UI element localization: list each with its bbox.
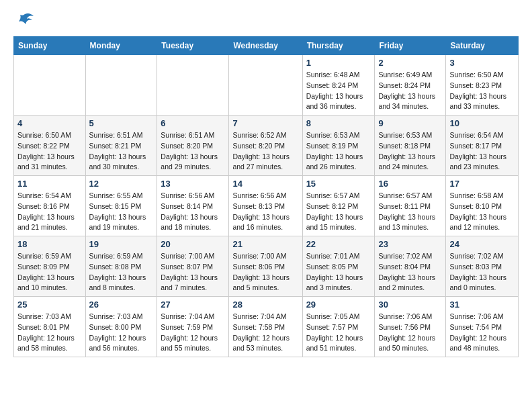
day-info: Sunrise: 7:00 AMSunset: 8:07 PMDaylight:…	[161, 251, 225, 293]
day-number: 20	[161, 239, 225, 249]
day-info: Sunrise: 6:53 AMSunset: 8:18 PMDaylight:…	[378, 130, 442, 173]
day-info: Sunrise: 7:03 AMSunset: 8:01 PMDaylight:…	[17, 312, 82, 354]
calendar-cell	[14, 55, 86, 116]
calendar-cell: 11Sunrise: 6:54 AMSunset: 8:16 PMDayligh…	[14, 176, 86, 236]
day-number: 3	[449, 58, 515, 68]
calendar-cell	[229, 55, 302, 116]
calendar-cell: 23Sunrise: 7:02 AMSunset: 8:04 PMDayligh…	[375, 236, 446, 297]
day-info: Sunrise: 7:06 AMSunset: 7:54 PMDaylight:…	[449, 312, 515, 354]
calendar-cell: 2Sunrise: 6:49 AMSunset: 8:24 PMDaylight…	[375, 55, 446, 116]
column-header-saturday: Saturday	[446, 37, 519, 55]
day-number: 6	[161, 118, 225, 128]
calendar-cell: 13Sunrise: 6:56 AMSunset: 8:14 PMDayligh…	[157, 176, 229, 236]
calendar-cell: 25Sunrise: 7:03 AMSunset: 8:01 PMDayligh…	[14, 297, 86, 357]
day-info: Sunrise: 7:04 AMSunset: 7:59 PMDaylight:…	[161, 312, 225, 354]
calendar-cell: 31Sunrise: 7:06 AMSunset: 7:54 PMDayligh…	[446, 297, 519, 357]
day-info: Sunrise: 6:56 AMSunset: 8:13 PMDaylight:…	[232, 191, 298, 233]
week-row-4: 18Sunrise: 6:59 AMSunset: 8:09 PMDayligh…	[14, 236, 519, 297]
calendar-cell: 18Sunrise: 6:59 AMSunset: 8:09 PMDayligh…	[14, 236, 86, 297]
day-number: 13	[161, 179, 225, 189]
day-info: Sunrise: 6:53 AMSunset: 8:19 PMDaylight:…	[306, 130, 371, 173]
day-number: 12	[89, 179, 154, 189]
day-info: Sunrise: 6:52 AMSunset: 8:20 PMDaylight:…	[232, 130, 298, 173]
calendar-cell: 19Sunrise: 6:59 AMSunset: 8:08 PMDayligh…	[85, 236, 157, 297]
calendar-cell: 3Sunrise: 6:50 AMSunset: 8:23 PMDaylight…	[446, 55, 519, 116]
calendar-cell: 16Sunrise: 6:57 AMSunset: 8:11 PMDayligh…	[375, 176, 446, 236]
day-number: 25	[17, 300, 82, 310]
calendar-header-row: SundayMondayTuesdayWednesdayThursdayFrid…	[14, 37, 519, 55]
day-info: Sunrise: 7:03 AMSunset: 8:00 PMDaylight:…	[89, 312, 154, 354]
calendar-table: SundayMondayTuesdayWednesdayThursdayFrid…	[13, 36, 519, 357]
calendar-cell: 12Sunrise: 6:55 AMSunset: 8:15 PMDayligh…	[85, 176, 157, 236]
day-info: Sunrise: 6:50 AMSunset: 8:23 PMDaylight:…	[449, 70, 515, 112]
week-row-1: 1Sunrise: 6:48 AMSunset: 8:24 PMDaylight…	[14, 55, 519, 116]
calendar-cell: 10Sunrise: 6:54 AMSunset: 8:17 PMDayligh…	[446, 116, 519, 176]
day-info: Sunrise: 6:51 AMSunset: 8:21 PMDaylight:…	[89, 130, 154, 173]
day-info: Sunrise: 6:50 AMSunset: 8:22 PMDaylight:…	[17, 130, 82, 173]
day-number: 5	[89, 118, 154, 128]
day-number: 7	[232, 118, 298, 128]
day-number: 16	[378, 179, 442, 189]
calendar-cell: 30Sunrise: 7:06 AMSunset: 7:56 PMDayligh…	[375, 297, 446, 357]
calendar-cell: 1Sunrise: 6:48 AMSunset: 8:24 PMDaylight…	[302, 55, 375, 116]
day-info: Sunrise: 6:48 AMSunset: 8:24 PMDaylight:…	[306, 70, 371, 112]
calendar-cell: 29Sunrise: 7:05 AMSunset: 7:57 PMDayligh…	[302, 297, 375, 357]
day-number: 31	[449, 300, 515, 310]
day-number: 15	[306, 179, 371, 189]
day-number: 29	[306, 300, 371, 310]
column-header-monday: Monday	[85, 37, 157, 55]
day-info: Sunrise: 6:58 AMSunset: 8:10 PMDaylight:…	[449, 191, 515, 233]
day-info: Sunrise: 7:02 AMSunset: 8:03 PMDaylight:…	[449, 251, 515, 293]
calendar-cell: 21Sunrise: 7:00 AMSunset: 8:06 PMDayligh…	[229, 236, 302, 297]
day-number: 4	[17, 118, 82, 128]
calendar-cell: 7Sunrise: 6:52 AMSunset: 8:20 PMDaylight…	[229, 116, 302, 176]
day-info: Sunrise: 7:02 AMSunset: 8:04 PMDaylight:…	[378, 251, 442, 293]
day-number: 19	[89, 239, 154, 249]
day-number: 17	[449, 179, 515, 189]
column-header-wednesday: Wednesday	[229, 37, 302, 55]
day-info: Sunrise: 7:05 AMSunset: 7:57 PMDaylight:…	[306, 312, 371, 354]
day-number: 22	[306, 239, 371, 249]
page-header	[13, 11, 519, 30]
day-info: Sunrise: 7:06 AMSunset: 7:56 PMDaylight:…	[378, 312, 442, 354]
calendar-cell: 9Sunrise: 6:53 AMSunset: 8:18 PMDaylight…	[375, 116, 446, 176]
calendar-cell: 15Sunrise: 6:57 AMSunset: 8:12 PMDayligh…	[302, 176, 375, 236]
day-number: 14	[232, 179, 298, 189]
calendar-cell: 22Sunrise: 7:01 AMSunset: 8:05 PMDayligh…	[302, 236, 375, 297]
calendar-cell	[157, 55, 229, 116]
column-header-sunday: Sunday	[14, 37, 86, 55]
column-header-thursday: Thursday	[302, 37, 375, 55]
day-number: 30	[378, 300, 442, 310]
column-header-tuesday: Tuesday	[157, 37, 229, 55]
day-info: Sunrise: 6:57 AMSunset: 8:11 PMDaylight:…	[378, 191, 442, 233]
day-info: Sunrise: 6:56 AMSunset: 8:14 PMDaylight:…	[161, 191, 225, 233]
day-number: 10	[449, 118, 515, 128]
calendar-cell: 26Sunrise: 7:03 AMSunset: 8:00 PMDayligh…	[85, 297, 157, 357]
day-number: 24	[449, 239, 515, 249]
day-number: 21	[232, 239, 298, 249]
calendar-cell: 5Sunrise: 6:51 AMSunset: 8:21 PMDaylight…	[85, 116, 157, 176]
day-info: Sunrise: 6:59 AMSunset: 8:09 PMDaylight:…	[17, 251, 82, 293]
day-number: 11	[17, 179, 82, 189]
calendar-cell: 20Sunrise: 7:00 AMSunset: 8:07 PMDayligh…	[157, 236, 229, 297]
day-info: Sunrise: 7:01 AMSunset: 8:05 PMDaylight:…	[306, 251, 371, 293]
calendar-cell: 14Sunrise: 6:56 AMSunset: 8:13 PMDayligh…	[229, 176, 302, 236]
calendar-cell: 4Sunrise: 6:50 AMSunset: 8:22 PMDaylight…	[14, 116, 86, 176]
day-info: Sunrise: 6:54 AMSunset: 8:16 PMDaylight:…	[17, 191, 82, 233]
calendar-cell	[85, 55, 157, 116]
day-number: 9	[378, 118, 442, 128]
week-row-2: 4Sunrise: 6:50 AMSunset: 8:22 PMDaylight…	[14, 116, 519, 176]
day-number: 23	[378, 239, 442, 249]
calendar-cell: 24Sunrise: 7:02 AMSunset: 8:03 PMDayligh…	[446, 236, 519, 297]
calendar-cell: 27Sunrise: 7:04 AMSunset: 7:59 PMDayligh…	[157, 297, 229, 357]
day-number: 26	[89, 300, 154, 310]
day-number: 28	[232, 300, 298, 310]
calendar-cell: 17Sunrise: 6:58 AMSunset: 8:10 PMDayligh…	[446, 176, 519, 236]
calendar-cell: 6Sunrise: 6:51 AMSunset: 8:20 PMDaylight…	[157, 116, 229, 176]
day-info: Sunrise: 6:51 AMSunset: 8:20 PMDaylight:…	[161, 130, 225, 173]
day-info: Sunrise: 6:57 AMSunset: 8:12 PMDaylight:…	[306, 191, 371, 233]
week-row-5: 25Sunrise: 7:03 AMSunset: 8:01 PMDayligh…	[14, 297, 519, 357]
logo	[13, 11, 35, 30]
day-info: Sunrise: 6:49 AMSunset: 8:24 PMDaylight:…	[378, 70, 442, 112]
day-number: 27	[161, 300, 225, 310]
